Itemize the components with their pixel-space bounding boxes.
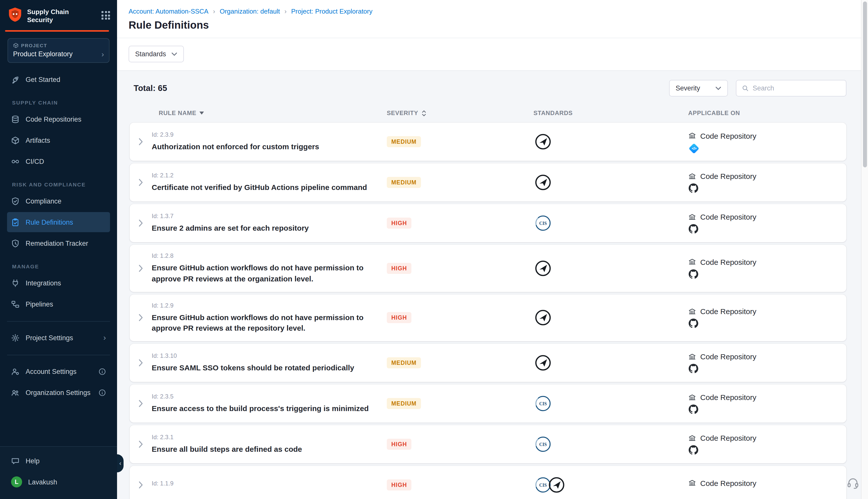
row-expand-chevron-icon[interactable] — [129, 440, 152, 448]
cicd-icon — [11, 157, 20, 166]
breadcrumb-project[interactable]: Project: Product Exploratory — [291, 8, 372, 15]
table-row[interactable]: Id: 2.3.1 Ensure all build steps are def… — [129, 425, 846, 463]
rule-name-cell: Id: 2.3.5 Ensure access to the build pro… — [152, 393, 387, 414]
applicable-on-cell: Code Repository </> — [683, 131, 846, 152]
sidebar-item-cicd[interactable]: CI/CD — [7, 151, 110, 171]
applicable-on-cell: Code Repository — [683, 172, 846, 193]
sidebar-item-remediation-tracker[interactable]: Remediation Tracker — [7, 233, 110, 253]
database-icon — [11, 115, 20, 123]
applicable-on-label: Code Repository — [700, 352, 756, 361]
sidebar-item-rule-definitions[interactable]: Rule Definitions — [7, 212, 110, 232]
rule-id: Id: 2.3.9 — [152, 131, 377, 138]
cis-standard-icon: CIS — [534, 395, 551, 412]
page-scrollbar[interactable] — [861, 0, 868, 499]
severity-badge: MEDIUM — [387, 177, 421, 188]
table-row[interactable]: Id: 1.1.9 HIGH CIS Code Repository — [129, 466, 846, 499]
column-header-severity[interactable]: SEVERITY — [387, 110, 533, 117]
rule-name: Authorization not enforced for custom tr… — [152, 141, 377, 152]
applicable-on-label: Code Repository — [700, 212, 756, 221]
divider — [7, 321, 110, 321]
shield-check-icon — [11, 197, 20, 205]
info-icon[interactable] — [98, 389, 106, 396]
sidebar-item-project-settings[interactable]: Project Settings › — [7, 328, 110, 348]
row-expand-chevron-icon[interactable] — [129, 264, 152, 272]
search-box[interactable] — [736, 80, 846, 97]
row-expand-chevron-icon[interactable] — [129, 400, 152, 407]
github-icon — [689, 319, 698, 328]
section-manage: MANAGE — [0, 254, 117, 273]
info-icon[interactable] — [98, 368, 106, 375]
chevron-right-icon: › — [101, 50, 104, 58]
sidebar-item-organization-settings[interactable]: Organization Settings — [7, 382, 110, 402]
row-expand-chevron-icon[interactable] — [129, 481, 152, 489]
breadcrumb-organization[interactable]: Organization: default — [220, 8, 280, 15]
severity-cell: MEDIUM — [387, 136, 533, 147]
openssf-standard-icon — [534, 133, 551, 150]
row-expand-chevron-icon[interactable] — [129, 359, 152, 367]
github-icon — [689, 183, 698, 193]
table-row[interactable]: Id: 1.3.10 Ensure SAML SSO tokens should… — [129, 344, 846, 382]
column-header-rule-name[interactable]: RULE NAME — [152, 110, 387, 117]
code-repository-icon — [688, 434, 696, 442]
search-input[interactable] — [753, 84, 840, 92]
user-avatar: L — [11, 476, 22, 487]
support-headset-icon[interactable] — [846, 477, 859, 492]
provider-cell: </> — [688, 143, 846, 152]
standards-cell: CIS — [533, 215, 683, 232]
sidebar-item-integrations[interactable]: Integrations — [7, 273, 110, 293]
applicable-on-label: Code Repository — [700, 258, 756, 266]
github-icon — [689, 364, 698, 373]
project-selector[interactable]: PROJECT Product Exploratory › — [8, 38, 110, 63]
user-menu[interactable]: L Lavakush — [7, 472, 110, 492]
cis-standard-icon: CIS — [534, 215, 551, 232]
sidebar-item-pipelines[interactable]: Pipelines — [7, 294, 110, 314]
plug-icon — [11, 279, 20, 287]
module-switcher-icon[interactable] — [101, 11, 110, 20]
applicable-on-cell: Code Repository — [683, 434, 846, 455]
sidebar-item-get-started[interactable]: Get Started — [7, 69, 110, 89]
provider-cell — [688, 269, 846, 279]
svg-text:CIS: CIS — [539, 221, 547, 226]
severity-cell: HIGH — [387, 312, 533, 324]
row-expand-chevron-icon[interactable] — [129, 138, 152, 146]
table-row[interactable]: Id: 2.3.5 Ensure access to the build pro… — [129, 385, 846, 423]
package-icon — [11, 136, 20, 145]
sidebar-item-compliance[interactable]: Compliance — [7, 191, 110, 211]
rule-id: Id: 1.2.9 — [152, 302, 377, 309]
breadcrumb-account[interactable]: Account: Automation-SSCA — [128, 8, 209, 15]
section-supply-chain: SUPPLY CHAIN — [0, 90, 117, 109]
row-expand-chevron-icon[interactable] — [129, 179, 152, 186]
chevron-separator-icon: › — [285, 8, 287, 15]
rule-name-cell: Id: 2.3.9 Authorization not enforced for… — [152, 131, 387, 152]
scrollbar-thumb[interactable] — [863, 1, 867, 167]
code-repository-icon — [688, 213, 696, 221]
sort-desc-icon — [199, 112, 204, 114]
applicable-on-cell: Code Repository — [683, 307, 846, 328]
table-row[interactable]: Id: 1.2.9 Ensure GitHub action workflows… — [129, 294, 846, 341]
total-count: Total: 65 — [134, 83, 167, 93]
sidebar-item-account-settings[interactable]: Account Settings — [7, 361, 110, 381]
provider-cell — [688, 490, 846, 491]
sidebar: Supply Chain Security PROJECT Product Ex… — [0, 0, 117, 499]
rule-name: Ensure all build steps are defined as co… — [152, 444, 377, 455]
chevron-down-icon — [715, 86, 721, 90]
standards-filter-dropdown[interactable]: Standards — [128, 46, 184, 62]
github-icon — [689, 224, 698, 234]
row-expand-chevron-icon[interactable] — [129, 314, 152, 322]
rule-id: Id: 1.3.10 — [152, 352, 377, 359]
severity-filter-dropdown[interactable]: Severity — [669, 80, 728, 97]
sidebar-item-artifacts[interactable]: Artifacts — [7, 130, 110, 150]
project-name: Product Exploratory — [13, 50, 73, 58]
table-row[interactable]: Id: 1.3.7 Ensure 2 admins are set for ea… — [129, 204, 846, 242]
provider-cell — [688, 404, 846, 414]
table-row[interactable]: Id: 1.2.8 Ensure GitHub action workflows… — [129, 245, 846, 292]
row-expand-chevron-icon[interactable] — [129, 219, 152, 227]
provider-cell — [688, 319, 846, 328]
rocket-icon — [11, 75, 20, 84]
rule-name: Ensure GitHub action workflows do not ha… — [152, 312, 377, 334]
sidebar-item-code-repositories[interactable]: Code Repositories — [7, 109, 110, 129]
sidebar-item-help[interactable]: Help — [7, 451, 110, 471]
table-row[interactable]: Id: 2.3.9 Authorization not enforced for… — [129, 123, 846, 161]
github-icon — [689, 269, 698, 279]
table-row[interactable]: Id: 2.1.2 Certificate not verified by Gi… — [129, 163, 846, 202]
